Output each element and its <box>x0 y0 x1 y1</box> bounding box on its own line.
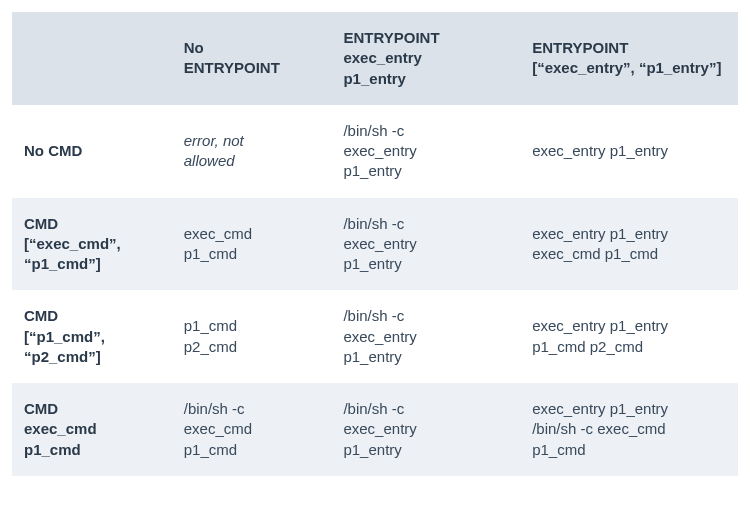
cell-text: /bin/sh -c <box>343 214 508 234</box>
header-text: ENTRYPOINT <box>184 58 320 78</box>
cell-text: p1_cmd <box>532 440 726 460</box>
cell-text: p1_entry <box>343 161 508 181</box>
cell-text: exec_cmd <box>184 224 320 244</box>
rowhead-cmd-params: CMD [“p1_cmd”, “p2_cmd”] <box>12 290 172 383</box>
table-row: CMD exec_cmd p1_cmd /bin/sh -c exec_cmd … <box>12 383 738 476</box>
cell-cmd-exec-no-entrypoint: exec_cmd p1_cmd <box>172 198 332 291</box>
rowhead-text: exec_cmd <box>24 419 160 439</box>
cell-text: p1_entry <box>343 347 508 367</box>
rowhead-cmd-exec: CMD [“exec_cmd”, “p1_cmd”] <box>12 198 172 291</box>
rowhead-text: “p2_cmd”] <box>24 347 160 367</box>
table-header-row: No ENTRYPOINT ENTRYPOINT exec_entry p1_e… <box>12 12 738 105</box>
cell-no-cmd-entrypoint-exec: exec_entry p1_entry <box>520 105 738 198</box>
entrypoint-cmd-matrix-table: No ENTRYPOINT ENTRYPOINT exec_entry p1_e… <box>12 12 738 476</box>
cell-cmd-exec-entrypoint-shell: /bin/sh -c exec_entry p1_entry <box>331 198 520 291</box>
cell-text: p1_cmd p2_cmd <box>532 337 726 357</box>
header-text: No <box>184 38 320 58</box>
header-text: ENTRYPOINT <box>343 28 508 48</box>
cell-text: exec_entry <box>343 141 508 161</box>
cell-cmd-shell-entrypoint-shell: /bin/sh -c exec_entry p1_entry <box>331 383 520 476</box>
rowhead-text: CMD <box>24 399 160 419</box>
cell-text: p1_cmd <box>184 244 320 264</box>
cell-text: p1_cmd <box>184 440 320 460</box>
cell-text: exec_entry p1_entry <box>532 141 726 161</box>
table-row: CMD [“p1_cmd”, “p2_cmd”] p1_cmd p2_cmd /… <box>12 290 738 383</box>
cell-cmd-exec-entrypoint-exec: exec_entry p1_entry exec_cmd p1_cmd <box>520 198 738 291</box>
rowhead-no-cmd: No CMD <box>12 105 172 198</box>
cell-cmd-shell-no-entrypoint: /bin/sh -c exec_cmd p1_cmd <box>172 383 332 476</box>
cell-text: p1_entry <box>343 440 508 460</box>
cell-cmd-params-entrypoint-exec: exec_entry p1_entry p1_cmd p2_cmd <box>520 290 738 383</box>
cell-cmd-params-entrypoint-shell: /bin/sh -c exec_entry p1_entry <box>331 290 520 383</box>
header-corner-empty <box>12 12 172 105</box>
header-text: [“exec_entry”, “p1_entry”] <box>532 58 726 78</box>
header-text: ENTRYPOINT <box>532 38 726 58</box>
cell-text: /bin/sh -c <box>184 399 320 419</box>
cell-text: /bin/sh -c <box>343 399 508 419</box>
rowhead-text: [“exec_cmd”, <box>24 234 160 254</box>
cell-cmd-shell-entrypoint-exec: exec_entry p1_entry /bin/sh -c exec_cmd … <box>520 383 738 476</box>
cell-text: p1_entry <box>343 254 508 274</box>
cell-text: /bin/sh -c <box>343 306 508 326</box>
cell-text: exec_cmd p1_cmd <box>532 244 726 264</box>
rowhead-text: “p1_cmd”] <box>24 254 160 274</box>
cell-cmd-params-no-entrypoint: p1_cmd p2_cmd <box>172 290 332 383</box>
cell-text: /bin/sh -c exec_cmd <box>532 419 726 439</box>
rowhead-text: CMD <box>24 306 160 326</box>
table-row: CMD [“exec_cmd”, “p1_cmd”] exec_cmd p1_c… <box>12 198 738 291</box>
table-row: No CMD error, not allowed /bin/sh -c exe… <box>12 105 738 198</box>
cell-text: error, not <box>184 131 320 151</box>
rowhead-text: p1_cmd <box>24 440 160 460</box>
cell-text: p1_cmd <box>184 316 320 336</box>
cell-text: exec_entry <box>343 234 508 254</box>
cell-text: exec_entry p1_entry <box>532 399 726 419</box>
cell-text: exec_entry <box>343 327 508 347</box>
rowhead-text: [“p1_cmd”, <box>24 327 160 347</box>
cell-text: allowed <box>184 151 320 171</box>
cell-text: /bin/sh -c <box>343 121 508 141</box>
cell-text: exec_entry p1_entry <box>532 224 726 244</box>
cell-no-cmd-no-entrypoint: error, not allowed <box>172 105 332 198</box>
cell-text: exec_cmd <box>184 419 320 439</box>
header-entrypoint-exec: ENTRYPOINT [“exec_entry”, “p1_entry”] <box>520 12 738 105</box>
cell-text: exec_entry p1_entry <box>532 316 726 336</box>
header-text: p1_entry <box>343 69 508 89</box>
header-text: exec_entry <box>343 48 508 68</box>
header-entrypoint-shell: ENTRYPOINT exec_entry p1_entry <box>331 12 520 105</box>
rowhead-text: No CMD <box>24 141 160 161</box>
cell-text: p2_cmd <box>184 337 320 357</box>
rowhead-text: CMD <box>24 214 160 234</box>
rowhead-cmd-shell: CMD exec_cmd p1_cmd <box>12 383 172 476</box>
cell-text: exec_entry <box>343 419 508 439</box>
header-no-entrypoint: No ENTRYPOINT <box>172 12 332 105</box>
cell-no-cmd-entrypoint-shell: /bin/sh -c exec_entry p1_entry <box>331 105 520 198</box>
